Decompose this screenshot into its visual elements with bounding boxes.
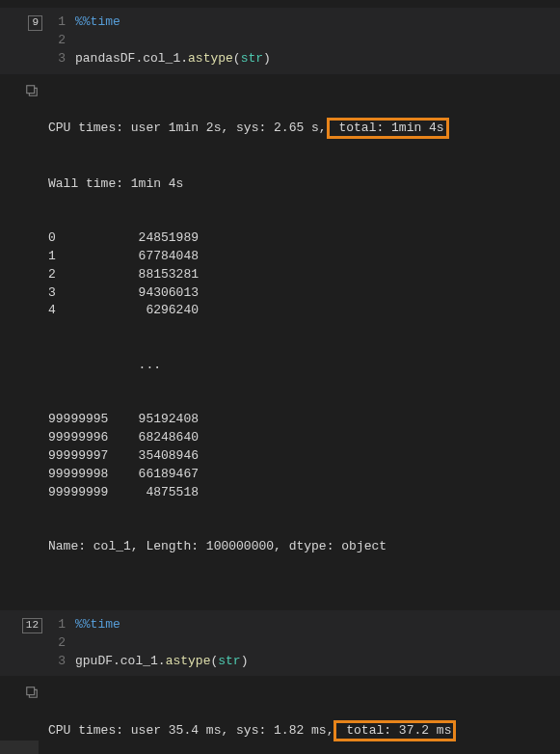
notebook-cell: 12 1 %%time 2 3 gpuDF.col_1.astype(str) (0, 610, 560, 754)
output-mime-icon[interactable] (25, 686, 39, 699)
notebook-cell: 9 1 %%time 2 3 pandasDF.col_1.astype(str… (0, 8, 560, 606)
line-number: 1 (48, 616, 75, 634)
series-row: 99999998 66189467 (48, 466, 560, 484)
code-block[interactable]: 1 %%time 2 3 gpuDF.col_1.astype(str) (48, 616, 560, 671)
code-text: pandasDF.col_1. (75, 51, 188, 66)
series-rows-bottom: 99999995 9519240899999996 68248640999999… (48, 411, 560, 501)
wall-time-text: Wall time: 1min 4s (48, 175, 560, 194)
line-number: 2 (48, 634, 75, 653)
code-text: gpuDF.col_1. (75, 654, 166, 668)
code-text: astype (166, 654, 211, 668)
highlight-total-time: total: 1min 4s (327, 118, 449, 139)
cell-output-area: CPU times: user 35.4 ms, sys: 1.82 ms, t… (0, 676, 560, 754)
cell-input-area[interactable]: 9 1 %%time 2 3 pandasDF.col_1.astype(str… (0, 8, 560, 74)
exec-count: 9 (32, 15, 39, 31)
exec-count: 12 (26, 618, 39, 633)
svg-rect-1 (27, 687, 35, 695)
code-text: ) (263, 51, 271, 66)
series-row: 99999997 35408946 (48, 447, 560, 466)
output-gutter (0, 684, 48, 699)
notebook-view: 9 1 %%time 2 3 pandasDF.col_1.astype(str… (0, 0, 560, 754)
svg-rect-0 (27, 85, 35, 93)
output-text: CPU times: user 35.4 ms, sys: 1.82 ms, t… (48, 684, 560, 754)
series-rows-top: 0 248519891 677840482 881532813 94306013… (48, 229, 560, 320)
line-number: 1 (48, 13, 75, 32)
cpu-times-text: CPU times: user 1min 2s, sys: 2.65 s, (48, 121, 327, 135)
series-row: 0 24851989 (48, 229, 560, 248)
output-text: CPU times: user 1min 2s, sys: 2.65 s, to… (48, 82, 560, 593)
status-bar-fragment (0, 741, 39, 754)
code-text: ( (233, 51, 241, 66)
series-row: 3 94306013 (48, 284, 560, 303)
cpu-times-text: CPU times: user 35.4 ms, sys: 1.82 ms, (48, 723, 333, 738)
code-text: astype (188, 51, 233, 66)
line-number: 3 (48, 653, 75, 671)
magic-command: %%time (75, 617, 120, 632)
cell-output-area: CPU times: user 1min 2s, sys: 2.65 s, to… (0, 74, 560, 606)
series-row: 1 67784048 (48, 248, 560, 266)
series-row: 99999999 4875518 (48, 484, 560, 502)
output-gutter (0, 82, 48, 97)
code-block[interactable]: 1 %%time 2 3 pandasDF.col_1.astype(str) (48, 13, 560, 68)
exec-count-label: 12 (0, 616, 48, 633)
output-mime-icon[interactable] (25, 84, 39, 97)
series-row: 2 88153281 (48, 266, 560, 284)
ellipsis: ... (48, 357, 560, 375)
code-text: ) (241, 654, 249, 668)
code-text: str (218, 654, 240, 668)
code-text: str (241, 51, 263, 66)
line-number: 2 (48, 32, 75, 50)
magic-command: %%time (75, 14, 120, 29)
line-number: 3 (48, 50, 75, 68)
cell-input-area[interactable]: 12 1 %%time 2 3 gpuDF.col_1.astype(str) (0, 610, 560, 677)
series-row: 4 6296240 (48, 302, 560, 320)
series-meta: Name: col_1, Length: 100000000, dtype: o… (48, 538, 560, 556)
exec-count-label: 9 (0, 13, 48, 31)
series-row: 99999996 68248640 (48, 429, 560, 447)
highlight-total-time: total: 37.2 ms (333, 720, 456, 741)
series-row: 99999995 95192408 (48, 411, 560, 429)
